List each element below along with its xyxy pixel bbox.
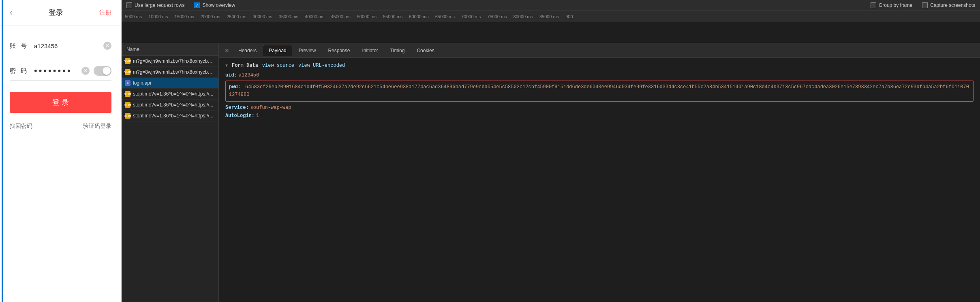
detail-tabs: ✕ Headers Payload Preview Response Initi… xyxy=(219,43,980,58)
back-icon: ‹ xyxy=(10,7,13,18)
group-by-frame-checkbox[interactable] xyxy=(871,2,876,8)
tab-payload[interactable]: Payload xyxy=(263,45,292,56)
view-url-encoded-link[interactable]: view URL-encoded xyxy=(298,63,345,68)
timeline-area: 5000 ms 10000 ms 15000 ms 20000 ms 25000… xyxy=(122,11,980,43)
view-source-link[interactable]: view source xyxy=(262,63,294,68)
service-key: Service: xyxy=(225,105,249,111)
verify-login-link[interactable]: 验证码登录 xyxy=(83,123,111,130)
request-name: m?g=8wjh9wmhlizbw7hhx8oxhycbq1... xyxy=(133,58,215,64)
login-panel: ‹ 登录 注册 账 号 a123456 ✕ 密 码 •••••••• ✕ 登 录… xyxy=(0,0,122,302)
marker-14: 70000 ms xyxy=(458,14,484,19)
tab-preview[interactable]: Preview xyxy=(293,45,322,56)
detail-panel: ✕ Headers Payload Preview Response Initi… xyxy=(219,43,980,302)
marker-18: 900 xyxy=(562,14,576,19)
marker-9: 45000 ms xyxy=(327,14,353,19)
uid-value: a123456 xyxy=(239,72,259,78)
request-type-icon: XHR xyxy=(125,69,131,75)
request-type-icon: XHR xyxy=(125,58,131,64)
use-large-rows-option[interactable]: Use large request rows xyxy=(126,2,184,8)
request-name: stoptime?v=1.36^b=1^f=0^l=https://... xyxy=(133,102,215,108)
show-overview-label: Show overview xyxy=(202,2,235,8)
use-large-rows-checkbox[interactable] xyxy=(126,2,132,8)
payload-content: ▼ Form Data view source view URL-encoded… xyxy=(219,58,980,302)
password-toggle[interactable] xyxy=(94,66,111,76)
marker-11: 55000 ms xyxy=(380,14,406,19)
request-item[interactable]: XHR m?g=8wjh9wmhlizbw7hhx8oxhycbq1... xyxy=(122,67,218,78)
marker-15: 75000 ms xyxy=(484,14,510,19)
capture-screenshots-label: Capture screenshots xyxy=(930,2,975,8)
marker-10: 50000 ms xyxy=(354,14,380,19)
marker-3: 15000 ms xyxy=(171,14,197,19)
capture-screenshots-checkbox[interactable] xyxy=(922,2,928,8)
pwd-entry-box: pwd: 64583cf29eb20901684c1b4f0f50324637a… xyxy=(225,81,974,102)
marker-4: 20000 ms xyxy=(197,14,223,19)
marker-1: 5000 ms xyxy=(122,14,145,19)
tab-close-button[interactable]: ✕ xyxy=(222,47,232,54)
page-title: 登录 xyxy=(49,8,63,17)
service-value: soufun-wap-wap xyxy=(250,105,291,111)
requests-panel: Name XHR m?g=8wjh9wmhlizbw7hhx8oxhycbq1.… xyxy=(122,43,219,302)
show-overview-checkbox[interactable] xyxy=(194,2,200,8)
password-clear-button[interactable]: ✕ xyxy=(81,67,90,75)
tab-initiator[interactable]: Initiator xyxy=(356,45,383,56)
request-name: stoptime?v=1.36^b=1^f=0^l=https://... xyxy=(133,91,215,97)
use-large-rows-label: Use large request rows xyxy=(135,2,184,8)
request-item[interactable]: XHR m?g=8wjh9wmhlizbw7hhx8oxhycbq1... xyxy=(122,56,218,67)
pwd-value: 64583cf29eb20901684c1b4f0f50324637a2de92… xyxy=(229,84,969,98)
group-by-frame-label: Group by frame xyxy=(879,2,912,8)
form-area: 账 号 a123456 ✕ 密 码 •••••••• ✕ 登 录 找回密码 验证… xyxy=(0,26,121,302)
account-label: 账 号 xyxy=(10,42,30,50)
requests-header: Name xyxy=(122,43,218,56)
devtools-toolbar: Use large request rows Show overview Gro… xyxy=(122,0,980,11)
marker-6: 30000 ms xyxy=(249,14,275,19)
request-name: login.api xyxy=(133,80,215,86)
service-entry: Service: soufun-wap-wap xyxy=(225,105,974,111)
form-data-title: Form Data xyxy=(232,63,258,68)
pwd-key: pwd: xyxy=(229,84,241,90)
login-button[interactable]: 登 录 xyxy=(10,92,111,113)
group-by-frame-option[interactable]: Group by frame xyxy=(871,2,912,8)
uid-key: uid: xyxy=(225,72,237,78)
devtools-main: Name XHR m?g=8wjh9wmhlizbw7hhx8oxhycbq1.… xyxy=(122,43,980,302)
timeline-ruler: 5000 ms 10000 ms 15000 ms 20000 ms 25000… xyxy=(122,11,980,22)
forgot-password-link[interactable]: 找回密码 xyxy=(10,123,32,130)
request-item[interactable]: XHR stoptime?v=1.36^b=1^f=0^l=https://..… xyxy=(122,89,218,100)
show-overview-option[interactable]: Show overview xyxy=(194,2,235,8)
marker-5: 25000 ms xyxy=(223,14,249,19)
toggle-knob xyxy=(103,67,111,75)
register-link[interactable]: 注册 xyxy=(99,9,111,17)
request-item[interactable]: XHR stoptime?v=1.36^b=1^f=0^l=https://..… xyxy=(122,100,218,111)
account-value[interactable]: a123456 xyxy=(30,43,103,49)
timeline-bar-area xyxy=(122,22,980,43)
tab-cookies[interactable]: Cookies xyxy=(411,45,440,56)
request-item-active[interactable]: ≡ login.api xyxy=(122,78,218,89)
password-field-row: 密 码 •••••••• ✕ xyxy=(10,66,111,81)
autologin-entry: AutoLogin: 1 xyxy=(225,113,974,119)
uid-entry: uid: a123456 xyxy=(225,72,974,78)
tab-response[interactable]: Response xyxy=(322,45,355,56)
request-item[interactable]: XHR stoptime?v=1.36^b=1^f=0^l=https://..… xyxy=(122,111,218,121)
request-type-icon: XHR xyxy=(125,91,131,97)
capture-screenshots-option[interactable]: Capture screenshots xyxy=(922,2,975,8)
devtools-panel: Use large request rows Show overview Gro… xyxy=(122,0,980,302)
bottom-links: 找回密码 验证码登录 xyxy=(10,123,111,130)
marker-12: 60000 ms xyxy=(406,14,432,19)
request-type-icon: XHR xyxy=(125,102,131,108)
request-name: stoptime?v=1.36^b=1^f=0^l=https://... xyxy=(133,113,215,119)
marker-2: 10000 ms xyxy=(145,14,171,19)
back-button[interactable]: ‹ xyxy=(10,7,13,18)
tab-timing[interactable]: Timing xyxy=(385,45,411,56)
marker-8: 40000 ms xyxy=(302,14,327,19)
password-label: 密 码 xyxy=(10,67,30,75)
request-name: m?g=8wjh9wmhlizbw7hhx8oxhycbq1... xyxy=(133,69,215,75)
marker-17: 85000 ms xyxy=(536,14,562,19)
form-data-section-header: ▼ Form Data view source view URL-encoded xyxy=(225,63,974,68)
account-clear-button[interactable]: ✕ xyxy=(103,42,111,50)
password-value[interactable]: •••••••• xyxy=(30,66,81,76)
marker-16: 80000 ms xyxy=(510,14,536,19)
tab-headers[interactable]: Headers xyxy=(233,45,262,56)
marker-13: 65000 ms xyxy=(432,14,458,19)
request-type-icon: ≡ xyxy=(125,80,131,86)
top-bar: ‹ 登录 注册 xyxy=(0,0,121,26)
marker-7: 35000 ms xyxy=(276,14,302,19)
